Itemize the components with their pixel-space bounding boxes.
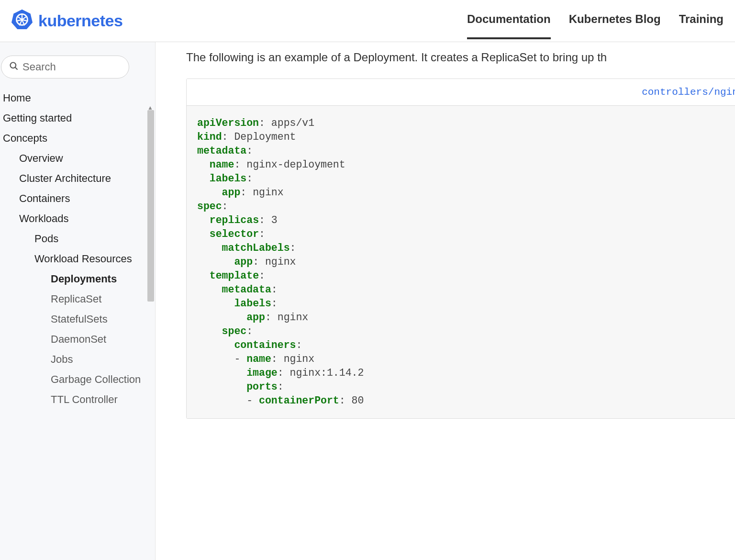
sidebar-item-workload-resources[interactable]: Workload Resources [0, 249, 151, 269]
yaml-metadata-labels-app: nginx [253, 187, 284, 198]
main-content: The following is an example of a Deploym… [156, 42, 735, 560]
sidebar: ▲ Home Getting started Concepts Overview… [0, 42, 156, 560]
sidebar-item-garbage-collection[interactable]: Garbage Collection [0, 370, 151, 390]
sidebar-item-pods[interactable]: Pods [0, 229, 151, 249]
svg-line-11 [15, 67, 18, 70]
nav-training[interactable]: Training [679, 12, 724, 37]
sidebar-item-daemonset[interactable]: DaemonSet [0, 329, 151, 349]
yaml-apiVersion: apps/v1 [271, 117, 314, 129]
svg-point-9 [21, 18, 23, 21]
yaml-container-name: nginx [284, 353, 315, 365]
sidebar-scrollbar[interactable]: ▲ [145, 110, 155, 474]
code-file-link[interactable]: controllers/nginx- [642, 87, 735, 98]
sidebar-scrollbar-thumb[interactable] [147, 110, 154, 302]
sidebar-item-containers[interactable]: Containers [0, 189, 151, 209]
sidebar-item-workloads[interactable]: Workloads [0, 209, 151, 229]
top-header: kubernetes Documentation Kubernetes Blog… [0, 0, 735, 42]
sidebar-item-getting-started[interactable]: Getting started [0, 108, 151, 128]
sidebar-item-ttl-controller[interactable]: TTL Controller [0, 390, 151, 410]
yaml-kind: Deployment [234, 131, 296, 143]
sidebar-item-statefulsets[interactable]: StatefulSets [0, 309, 151, 329]
yaml-container-image: nginx:1.14.2 [290, 367, 364, 379]
svg-point-10 [11, 63, 16, 68]
sidebar-item-replicaset[interactable]: ReplicaSet [0, 289, 151, 309]
code-example-card: controllers/nginx- apiVersion: apps/v1 k… [186, 78, 735, 419]
code-example-header: controllers/nginx- [187, 79, 735, 106]
kubernetes-logo[interactable]: kubernetes [11, 9, 122, 34]
sidebar-item-home[interactable]: Home [0, 88, 151, 108]
nav-blog[interactable]: Kubernetes Blog [569, 12, 661, 37]
kubernetes-wheel-icon [11, 9, 33, 34]
yaml-code-block: apiVersion: apps/v1 kind: Deployment met… [187, 106, 735, 418]
yaml-spec-replicas: 3 [271, 214, 278, 226]
sidebar-item-deployments[interactable]: Deployments [0, 269, 151, 289]
yaml-template-labels-app: nginx [278, 312, 309, 323]
sidebar-item-jobs[interactable]: Jobs [0, 349, 151, 370]
brand-text: kubernetes [38, 11, 122, 30]
sidebar-nav: Home Getting started Concepts Overview C… [0, 88, 155, 410]
top-nav: Documentation Kubernetes Blog Training [467, 0, 724, 42]
nav-documentation[interactable]: Documentation [467, 12, 551, 39]
search-input[interactable] [22, 61, 121, 73]
yaml-container-port: 80 [352, 395, 364, 406]
yaml-selector-app: nginx [265, 256, 296, 268]
sidebar-item-concepts[interactable]: Concepts [0, 128, 151, 148]
intro-paragraph: The following is an example of a Deploym… [186, 51, 735, 64]
sidebar-item-overview[interactable]: Overview [0, 148, 151, 168]
yaml-metadata-name: nginx-deployment [246, 159, 345, 170]
sidebar-item-cluster-architecture[interactable]: Cluster Architecture [0, 168, 151, 189]
search-box[interactable] [1, 56, 129, 78]
search-icon [9, 61, 19, 73]
